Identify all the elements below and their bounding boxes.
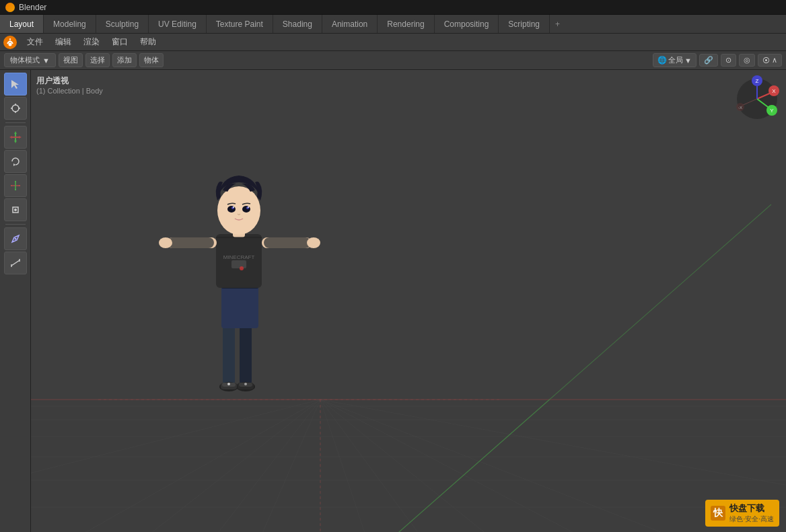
svg-rect-65 bbox=[221, 284, 258, 328]
menu-edit[interactable]: 编辑 bbox=[50, 35, 77, 49]
blender-logo bbox=[3, 35, 17, 50]
cursor-tool-btn[interactable] bbox=[4, 97, 27, 120]
tab-compositing[interactable]: Compositing bbox=[435, 15, 499, 33]
menu-render[interactable]: 渲染 bbox=[78, 35, 105, 49]
transform-tool-btn[interactable] bbox=[4, 198, 27, 221]
svg-text:Y: Y bbox=[770, 108, 774, 114]
tab-sculpting[interactable]: Sculpting bbox=[96, 15, 149, 33]
snap-btn[interactable]: 🔗 bbox=[699, 54, 718, 67]
svg-marker-11 bbox=[14, 141, 17, 143]
svg-marker-14 bbox=[13, 163, 15, 166]
viewport[interactable]: 用户透视 (1) Collection | Body bbox=[31, 70, 786, 532]
menu-file[interactable]: 文件 bbox=[22, 35, 48, 49]
tool-sep-2 bbox=[5, 224, 26, 225]
scale-tool-btn[interactable] bbox=[4, 174, 27, 197]
character-figure: MINECRAFT bbox=[132, 137, 347, 432]
proportional-btn[interactable]: ⊙ bbox=[721, 54, 736, 67]
svg-line-26 bbox=[11, 260, 20, 266]
svg-rect-22 bbox=[15, 189, 16, 190]
header-toolbar: 物体模式 ▼ 视图 选择 添加 物体 🌐 全局 ▼ 🔗 ⊙ ◎ ⦿ ∧ bbox=[0, 51, 786, 70]
nav-gizmo[interactable]: X Y Z -X bbox=[734, 75, 781, 122]
app-title: Blender bbox=[19, 3, 46, 12]
svg-marker-13 bbox=[19, 136, 22, 139]
add-tab-button[interactable]: + bbox=[550, 15, 565, 33]
svg-point-64 bbox=[244, 383, 247, 385]
svg-point-24 bbox=[14, 208, 17, 211]
transform-pivot[interactable]: ◎ bbox=[739, 54, 755, 67]
measure-tool-btn[interactable] bbox=[4, 252, 27, 274]
svg-rect-75 bbox=[264, 237, 311, 248]
global-dropdown[interactable]: 🌐 全局 ▼ bbox=[653, 53, 696, 67]
title-bar: Blender bbox=[0, 0, 786, 15]
svg-point-1 bbox=[9, 42, 12, 46]
workspace-tabs: Layout Modeling Sculpting UV Editing Tex… bbox=[0, 15, 786, 34]
overlay-btn[interactable]: ⦿ ∧ bbox=[758, 54, 782, 67]
tab-shading[interactable]: Shading bbox=[273, 15, 322, 33]
svg-marker-10 bbox=[14, 131, 17, 134]
add-btn[interactable]: 添加 bbox=[112, 53, 137, 67]
tab-scripting[interactable]: Scripting bbox=[499, 15, 550, 33]
tool-sep-1 bbox=[5, 122, 26, 123]
svg-point-81 bbox=[242, 206, 250, 213]
svg-rect-56 bbox=[240, 325, 252, 385]
svg-text:Z: Z bbox=[756, 78, 759, 84]
view-btn[interactable]: 视图 bbox=[59, 53, 83, 67]
object-btn[interactable]: 物体 bbox=[139, 53, 164, 67]
menu-window[interactable]: 窗口 bbox=[106, 35, 133, 49]
svg-point-63 bbox=[227, 383, 230, 385]
svg-point-85 bbox=[248, 206, 249, 208]
annotate-tool-btn[interactable] bbox=[4, 227, 27, 250]
svg-point-3 bbox=[12, 105, 19, 112]
view-icon: 🌐 bbox=[657, 56, 667, 65]
watermark-icon: 快 bbox=[711, 506, 725, 521]
svg-point-76 bbox=[159, 237, 172, 248]
svg-point-25 bbox=[14, 238, 16, 240]
svg-point-80 bbox=[227, 206, 236, 213]
menu-help[interactable]: 帮助 bbox=[135, 35, 162, 49]
app-icon bbox=[5, 3, 15, 12]
tab-rendering[interactable]: Rendering bbox=[378, 15, 434, 33]
tab-texture-paint[interactable]: Texture Paint bbox=[207, 15, 273, 33]
svg-rect-19 bbox=[11, 185, 12, 186]
svg-rect-20 bbox=[19, 185, 20, 186]
svg-rect-55 bbox=[223, 325, 235, 385]
tab-modeling[interactable]: Modeling bbox=[44, 15, 96, 33]
menu-bar: 文件 编辑 渲染 窗口 帮助 bbox=[0, 34, 786, 51]
svg-marker-12 bbox=[9, 136, 12, 139]
tab-layout[interactable]: Layout bbox=[0, 15, 44, 33]
svg-point-79 bbox=[217, 186, 260, 235]
select-tool-btn[interactable] bbox=[4, 73, 27, 96]
svg-point-77 bbox=[307, 237, 320, 248]
svg-point-71 bbox=[240, 266, 244, 270]
svg-rect-73 bbox=[167, 237, 214, 248]
tab-uv-editing[interactable]: UV Editing bbox=[149, 15, 207, 33]
select-btn[interactable]: 选择 bbox=[85, 53, 110, 67]
main-area: 用户透视 (1) Collection | Body bbox=[0, 70, 786, 532]
svg-rect-70 bbox=[231, 260, 246, 268]
toolbar-right: 🌐 全局 ▼ 🔗 ⊙ ◎ ⦿ ∧ bbox=[653, 53, 782, 67]
svg-text:X: X bbox=[772, 88, 776, 94]
svg-point-84 bbox=[233, 206, 234, 208]
svg-text:MINECRAFT: MINECRAFT bbox=[223, 254, 255, 260]
left-toolbar bbox=[0, 70, 31, 532]
rotate-tool-btn[interactable] bbox=[4, 150, 27, 173]
svg-rect-21 bbox=[15, 181, 16, 182]
watermark-text: 快盘下载 绿色·安全·高速 bbox=[729, 502, 774, 524]
mode-select[interactable]: 物体模式 ▼ bbox=[4, 53, 56, 67]
tab-animation[interactable]: Animation bbox=[322, 15, 378, 33]
move-tool-btn[interactable] bbox=[4, 126, 27, 149]
svg-point-0 bbox=[3, 36, 17, 49]
watermark: 快 快盘下载 绿色·安全·高速 bbox=[705, 500, 779, 527]
svg-text:-X: -X bbox=[738, 106, 742, 110]
